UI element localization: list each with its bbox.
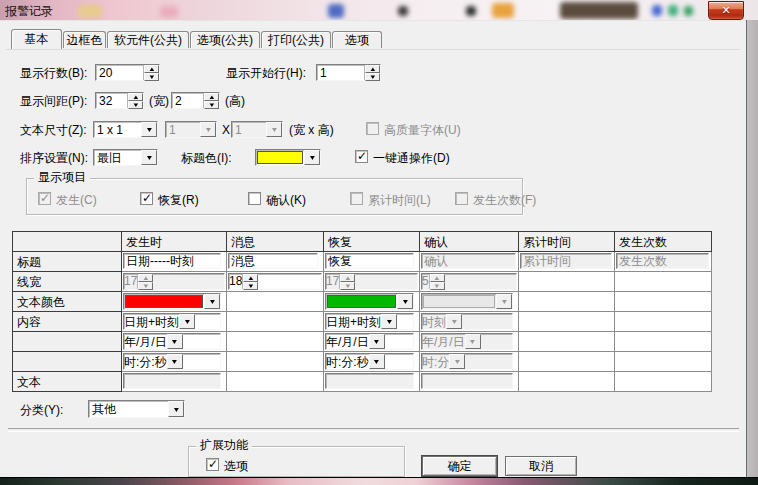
dropdown-arrow-icon[interactable] [167, 334, 183, 349]
width-restore-spinner: 17 [325, 273, 418, 290]
title-color-combo[interactable] [255, 149, 321, 166]
color-swatch [327, 295, 396, 308]
dropdown-arrow-icon [266, 122, 282, 137]
color-swatch [257, 151, 303, 164]
occur-checkbox-label: 发生(C) [56, 194, 97, 207]
restore-checkbox[interactable] [140, 192, 153, 205]
ok-button[interactable]: 确定 [422, 456, 497, 476]
dropdown-arrow-icon[interactable] [167, 354, 183, 369]
desktop-blur-blob [466, 6, 476, 16]
onekey-checkbox[interactable] [355, 150, 368, 163]
spinner-down-icon[interactable] [365, 73, 380, 81]
text-occur-box [123, 373, 221, 389]
spinner-up-icon [340, 274, 355, 282]
col-header-occur: 发生时 [122, 232, 227, 252]
display-spacing-label: 显示间距(P): [20, 95, 87, 108]
desktop-blur-blob [328, 4, 344, 18]
dropdown-arrow-icon[interactable] [141, 122, 157, 137]
width-message-spinner[interactable]: 18 [228, 273, 322, 290]
spinner-up-icon[interactable] [144, 65, 159, 73]
tab-options-common[interactable]: 选项(公共) [190, 31, 260, 48]
color-swatch [423, 295, 495, 308]
tab-print-common[interactable]: 打印(公共) [261, 31, 331, 48]
text-size-suffix-label: (宽 x 高) [289, 124, 334, 137]
tab-border-color[interactable]: 边框色 [63, 31, 106, 48]
restore-checkbox-label: 恢复(R) [158, 194, 199, 207]
close-icon: ✕ [721, 5, 730, 16]
cumulative-time-checkbox-label: 累计时间(L) [368, 194, 431, 207]
spinner-down-icon[interactable] [204, 101, 219, 109]
spinner-up-icon[interactable] [128, 93, 143, 101]
content-occur-combo-3[interactable]: 时:分:秒 [123, 353, 221, 370]
title-bar: 报警记录 ✕ [0, 0, 758, 20]
title-occur-input[interactable]: 日期-----时刻 [123, 253, 221, 269]
title-cumulative-input: 累计时间 [520, 253, 612, 269]
dropdown-arrow-icon[interactable] [369, 354, 385, 369]
display-start-row-spinner[interactable]: 1 [316, 64, 381, 81]
hq-font-label: 高质量字体(U) [384, 124, 461, 137]
content-restore-combo-1[interactable]: 日期+时刻 [325, 313, 414, 330]
desktop-blur-blob [160, 6, 178, 18]
table-corner [13, 232, 122, 252]
category-combo[interactable]: 其他 [88, 400, 185, 418]
title-message-input[interactable]: 消息 [228, 253, 318, 269]
title-count-input: 发生次数 [616, 253, 709, 269]
col-header-confirm: 确认 [420, 232, 519, 252]
content-occur-combo-1[interactable]: 日期+时刻 [123, 313, 221, 330]
occur-count-checkbox [455, 192, 468, 205]
tab-options[interactable]: 选项 [332, 31, 382, 48]
spinner-down-icon [138, 282, 153, 290]
tab-pane-edge [6, 48, 740, 50]
text-size-combo[interactable]: 1 x 1 [93, 121, 158, 138]
title-color-label: 标题色(I): [181, 152, 232, 165]
spinner-down-icon[interactable] [144, 73, 159, 81]
spinner-up-icon[interactable] [204, 93, 219, 101]
dropdown-arrow-icon [465, 334, 481, 349]
sort-combo[interactable]: 最旧 [93, 149, 158, 166]
spinner-down-icon[interactable] [128, 101, 143, 109]
spinner-down-icon[interactable] [243, 282, 258, 290]
dropdown-arrow-icon[interactable] [304, 150, 320, 165]
title-restore-input[interactable]: 恢复 [325, 253, 414, 269]
extension-options-checkbox[interactable] [206, 458, 219, 471]
spinner-up-icon[interactable] [365, 65, 380, 73]
section-divider [8, 428, 739, 432]
text-size-label: 文本尺寸(Z): [20, 124, 87, 137]
spinner-up-icon[interactable] [243, 274, 258, 282]
window-title: 报警记录 [5, 3, 53, 20]
confirm-checkbox-label: 确认(K) [266, 194, 306, 207]
tab-basic[interactable]: 基本 [11, 29, 62, 49]
color-restore-combo[interactable] [325, 293, 414, 310]
content-restore-combo-3[interactable]: 时:分:秒 [325, 353, 414, 370]
content-occur-combo-2[interactable]: 年/月/日 [123, 333, 221, 350]
dropdown-arrow-icon[interactable] [369, 334, 385, 349]
display-rows-spinner[interactable]: 20 [95, 64, 160, 81]
cancel-button[interactable]: 取消 [505, 456, 577, 476]
display-spacing-width-spinner[interactable]: 32 [95, 92, 144, 109]
dropdown-arrow-icon[interactable] [204, 294, 220, 309]
content-restore-combo-2[interactable]: 年/月/日 [325, 333, 414, 350]
display-rows-label: 显示行数(B): [20, 67, 87, 80]
desktop-blur-blob [652, 5, 662, 16]
desktop-blur-blob [78, 5, 102, 18]
dropdown-arrow-icon[interactable] [141, 150, 157, 165]
dialog-body: 基本 边框色 软元件(公共) 选项(公共) 打印(公共) 选项 显示行数(B):… [0, 20, 746, 477]
display-items-group-title: 显示项目 [34, 171, 90, 184]
text-confirm-box [421, 373, 513, 389]
text-restore-box [325, 373, 414, 389]
row-label-blank [13, 352, 122, 372]
dropdown-arrow-icon[interactable] [381, 314, 397, 329]
close-button[interactable]: ✕ [708, 1, 744, 20]
dropdown-arrow-icon [200, 122, 216, 137]
tab-device-common[interactable]: 软元件(公共) [107, 31, 189, 48]
dropdown-arrow-icon[interactable] [179, 314, 195, 329]
window-right-border [746, 20, 758, 477]
extension-group: 扩展功能 选项 [188, 446, 405, 477]
dropdown-arrow-icon[interactable] [397, 294, 413, 309]
dropdown-arrow-icon[interactable] [168, 401, 184, 417]
display-spacing-height-spinner[interactable]: 2 [171, 92, 220, 109]
confirm-checkbox[interactable] [248, 192, 261, 205]
col-header-message: 消息 [227, 232, 324, 252]
hq-font-checkbox [366, 122, 379, 135]
color-occur-combo[interactable] [123, 293, 221, 310]
